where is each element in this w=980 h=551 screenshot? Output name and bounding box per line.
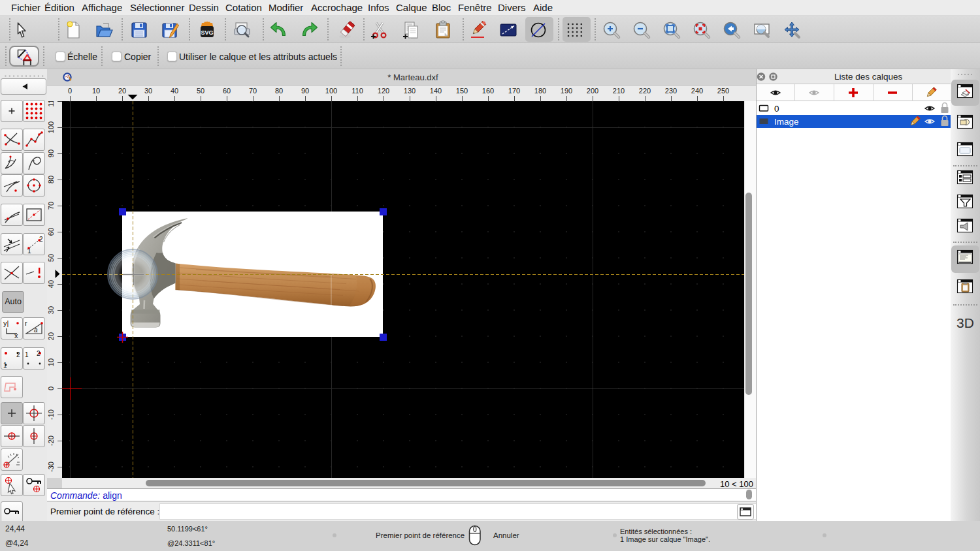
svg-text:110: 110 <box>47 101 55 107</box>
svg-text:240: 240 <box>691 87 703 95</box>
svg-text:80: 80 <box>275 87 283 95</box>
svg-text:130: 130 <box>404 87 416 95</box>
svg-text:y|: y| <box>3 319 8 327</box>
svg-text:r: r <box>25 319 27 327</box>
svg-text:x: x <box>14 332 18 339</box>
svg-text:2: 2 <box>37 350 41 357</box>
svg-text:-10: -10 <box>47 409 55 420</box>
svg-text:10: 10 <box>92 87 100 95</box>
svg-text:220: 220 <box>639 87 651 95</box>
svg-text:70: 70 <box>47 202 55 210</box>
svg-text:50: 50 <box>47 254 55 262</box>
svg-text:30: 30 <box>47 306 55 314</box>
svg-text:100: 100 <box>325 87 337 95</box>
svg-text:120: 120 <box>378 87 389 95</box>
svg-text:a: a <box>34 326 38 334</box>
svg-text:90: 90 <box>47 150 55 157</box>
svg-text:-30: -30 <box>47 462 55 472</box>
svg-text:Image: Image <box>774 117 799 127</box>
svg-text:80: 80 <box>47 176 55 183</box>
svg-text:60: 60 <box>223 87 231 95</box>
svg-text:40: 40 <box>47 280 55 288</box>
svg-text:-20: -20 <box>47 435 55 446</box>
svg-text:60: 60 <box>47 228 55 236</box>
svg-text:190: 190 <box>561 87 572 95</box>
svg-text:70: 70 <box>249 87 257 95</box>
svg-text:230: 230 <box>665 87 677 95</box>
svg-text:150: 150 <box>456 87 468 95</box>
svg-text:110: 110 <box>351 87 363 95</box>
svg-text:20: 20 <box>47 332 55 340</box>
svg-text:90: 90 <box>301 87 309 95</box>
svg-text:10: 10 <box>47 358 55 366</box>
svg-text:250: 250 <box>717 87 729 95</box>
svg-text:100: 100 <box>47 121 55 133</box>
svg-text:200: 200 <box>587 87 598 95</box>
svg-text:40: 40 <box>171 87 178 95</box>
svg-text:SVG: SVG <box>201 29 213 36</box>
svg-text:170: 170 <box>508 87 520 95</box>
svg-text:1: 1 <box>25 351 29 358</box>
svg-text:160: 160 <box>482 87 494 95</box>
svg-text:210: 210 <box>613 87 625 95</box>
svg-text:0: 0 <box>68 87 72 95</box>
svg-text:140: 140 <box>430 87 442 95</box>
svg-text:0: 0 <box>774 104 779 114</box>
svg-text:20: 20 <box>118 87 126 95</box>
svg-text:180: 180 <box>534 87 546 95</box>
svg-text:50: 50 <box>197 87 204 95</box>
svg-text:2: 2 <box>16 351 20 358</box>
svg-text:30: 30 <box>144 87 152 95</box>
svg-text:0: 0 <box>47 386 55 390</box>
